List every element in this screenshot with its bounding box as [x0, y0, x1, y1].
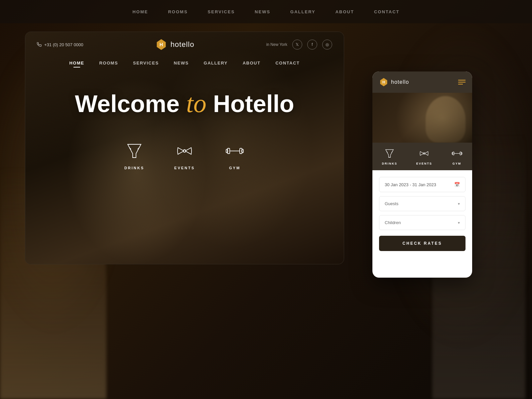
- hamburger-line-3: [458, 84, 463, 84]
- drinks-label: DRINKS: [124, 166, 144, 170]
- desktop-social: in New York 𝕏 f ◎: [266, 40, 332, 50]
- guests-label: Guests: [385, 201, 398, 206]
- desktop-nav-home[interactable]: HOME: [69, 61, 84, 67]
- desktop-logo-text: hotello: [171, 40, 195, 49]
- date-range-input[interactable]: 30 Jan 2023 - 31 Jan 2023 📅: [379, 177, 466, 192]
- svg-rect-23: [461, 153, 462, 155]
- calendar-icon: 📅: [454, 182, 460, 187]
- phone-text: +31 (0) 20 507 0000: [44, 42, 83, 47]
- twitter-icon[interactable]: 𝕏: [292, 40, 302, 50]
- mobile-service-events: EVENTS: [416, 148, 432, 165]
- welcome-line2: Hotello: [213, 90, 294, 117]
- svg-rect-22: [452, 153, 453, 155]
- mobile-gym-label: GYM: [453, 162, 462, 165]
- desktop-services-row: DRINKS EVENTS GYM: [25, 131, 344, 180]
- desktop-header: +31 (0) 20 507 0000 H hotello in New Yor…: [25, 32, 344, 57]
- desktop-service-events: EVENTS: [174, 141, 195, 170]
- svg-rect-10: [226, 149, 228, 153]
- svg-text:H: H: [159, 42, 163, 47]
- desktop-nav-services[interactable]: SERVICES: [133, 61, 159, 67]
- welcome-section: Welcome to Hotello: [25, 69, 344, 131]
- mobile-logo-text: hotello: [391, 79, 409, 85]
- events-label: EVENTS: [174, 166, 195, 170]
- desktop-nav-about[interactable]: ABOUT: [243, 61, 261, 67]
- instagram-icon[interactable]: ◎: [322, 40, 332, 50]
- mobile-hero-person: [426, 96, 466, 143]
- desktop-nav-gallery[interactable]: GALLERY: [204, 61, 228, 67]
- children-select[interactable]: Children ▾: [379, 215, 466, 230]
- desktop-nav-rooms[interactable]: ROOMS: [99, 61, 118, 67]
- mobile-cocktail-icon: [384, 148, 395, 159]
- mobile-services-row: DRINKS EVENTS GYM: [372, 143, 472, 170]
- mobile-mockup: H hotello DRINKS: [372, 71, 472, 278]
- mobile-logo-icon: H: [379, 77, 388, 87]
- svg-text:H: H: [382, 80, 385, 84]
- welcome-heading: Welcome to Hotello: [25, 89, 344, 118]
- top-navigation: HOME ROOMS SERVICES NEWS GALLERY ABOUT C…: [0, 0, 532, 23]
- hamburger-line-1: [458, 80, 466, 80]
- hamburger-line-2: [458, 82, 466, 82]
- guests-select[interactable]: Guests ▾: [379, 196, 466, 211]
- facebook-icon[interactable]: f: [307, 40, 317, 50]
- children-chevron-icon: ▾: [458, 220, 460, 225]
- desktop-nav-news[interactable]: NEWS: [174, 61, 189, 67]
- welcome-italic: to: [186, 89, 206, 118]
- mobile-service-drinks: DRINKS: [382, 148, 397, 165]
- dumbbell-icon: [225, 141, 245, 161]
- location-text: in New York: [266, 42, 287, 47]
- desktop-nav-contact[interactable]: CONTACT: [275, 61, 300, 67]
- phone-icon: [37, 42, 42, 47]
- mobile-logo: H hotello: [379, 77, 409, 87]
- svg-marker-14: [386, 150, 393, 157]
- children-label: Children: [385, 220, 401, 225]
- desktop-navigation: HOME ROOMS SERVICES NEWS GALLERY ABOUT C…: [25, 57, 344, 69]
- phone-number: +31 (0) 20 507 0000: [37, 42, 83, 47]
- desktop-service-drinks: DRINKS: [124, 141, 144, 170]
- date-range-text: 30 Jan 2023 - 31 Jan 2023: [385, 182, 436, 187]
- hamburger-menu[interactable]: [458, 80, 466, 84]
- mobile-events-label: EVENTS: [416, 162, 432, 165]
- bg-nav-gallery[interactable]: GALLERY: [290, 9, 316, 14]
- check-rates-button[interactable]: CHECK RATES: [379, 236, 466, 251]
- bg-nav-about[interactable]: ABOUT: [335, 9, 354, 14]
- bg-nav-rooms[interactable]: ROOMS: [168, 9, 188, 14]
- mobile-hero-image: [372, 93, 472, 143]
- mobile-service-gym: GYM: [451, 148, 463, 165]
- mobile-bowtie-icon: [418, 148, 430, 159]
- nav-active-indicator: [73, 67, 80, 67]
- bg-nav-services[interactable]: SERVICES: [208, 9, 235, 14]
- cocktail-icon: [124, 141, 144, 161]
- mobile-header: H hotello: [372, 71, 472, 93]
- guests-chevron-icon: ▾: [458, 201, 460, 206]
- mobile-dumbbell-icon: [451, 148, 463, 159]
- mobile-drinks-label: DRINKS: [382, 162, 397, 165]
- desktop-logo: H hotello: [155, 39, 195, 51]
- mobile-booking-form: 30 Jan 2023 - 31 Jan 2023 📅 Guests ▾ Chi…: [372, 170, 472, 258]
- bg-nav-contact[interactable]: CONTACT: [374, 9, 400, 14]
- logo-icon: H: [155, 39, 167, 51]
- bg-nav-news[interactable]: NEWS: [255, 9, 270, 14]
- bg-nav-home[interactable]: HOME: [132, 9, 148, 14]
- desktop-service-gym: GYM: [225, 141, 245, 170]
- svg-rect-11: [242, 149, 243, 153]
- bowtie-icon: [175, 141, 195, 161]
- welcome-line1: Welcome: [75, 90, 186, 117]
- gym-label: GYM: [229, 166, 240, 170]
- svg-marker-2: [128, 144, 141, 158]
- desktop-mockup: +31 (0) 20 507 0000 H hotello in New Yor…: [25, 32, 344, 264]
